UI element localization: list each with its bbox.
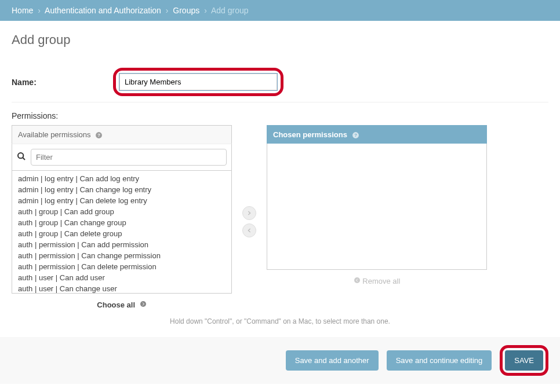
chevron-left-circle-icon [354, 277, 363, 285]
svg-point-4 [140, 301, 146, 307]
annotation-save-highlight: SAVE [500, 345, 548, 376]
save-continue-button[interactable]: Save and continue editing [387, 350, 492, 371]
annotation-name-highlight [113, 68, 283, 96]
chosen-header: Chosen permissions ? [267, 125, 487, 144]
chosen-header-text: Chosen permissions [273, 130, 347, 139]
submit-row: Save and add another Save and continue e… [0, 337, 560, 384]
page-title: Add group [12, 32, 548, 47]
filter-input[interactable] [31, 149, 227, 166]
permission-option[interactable]: auth | group | Can add group [12, 206, 231, 217]
save-add-another-button[interactable]: Save and add another [286, 350, 379, 371]
breadcrumb-current: Add group [211, 6, 249, 15]
help-icon[interactable]: ? [352, 130, 359, 139]
permission-option[interactable]: auth | group | Can change group [12, 217, 231, 228]
permissions-label: Permissions: [12, 111, 548, 120]
permission-option[interactable]: admin | log entry | Can change log entry [12, 184, 231, 195]
permission-option[interactable]: auth | group | Can delete group [12, 228, 231, 239]
permission-option[interactable]: auth | permission | Can change permissio… [12, 250, 231, 261]
permission-option[interactable]: auth | user | Can change user [12, 283, 231, 294]
add-permission-button[interactable] [242, 206, 256, 220]
name-label: Name: [12, 78, 113, 87]
chosen-permissions-list[interactable] [267, 144, 487, 270]
save-button[interactable]: SAVE [505, 350, 543, 371]
available-column: Available permissions ? admin | log entr… [12, 125, 232, 309]
available-permissions-list[interactable]: admin | log entry | Can add log entryadm… [12, 171, 232, 294]
breadcrumb: Home › Authentication and Authorization … [0, 0, 560, 21]
permission-option[interactable]: auth | user | Can add user [12, 272, 231, 283]
svg-line-3 [23, 157, 25, 160]
breadcrumb-separator: › [204, 6, 207, 15]
name-row: Name: [12, 62, 548, 102]
choose-all-label: Choose all [97, 301, 135, 309]
choose-all-link[interactable]: Choose all [12, 301, 232, 309]
breadcrumb-groups[interactable]: Groups [173, 6, 199, 15]
svg-point-2 [18, 153, 23, 158]
chosen-column: Chosen permissions ? Remove all [267, 125, 487, 285]
remove-permission-button[interactable] [242, 224, 256, 237]
remove-all-label: Remove all [362, 277, 400, 285]
permissions-selector: Available permissions ? admin | log entr… [12, 125, 548, 309]
breadcrumb-separator: › [166, 6, 169, 15]
permissions-section: Permissions: Available permissions ? adm… [12, 102, 548, 325]
available-header-text: Available permissions [18, 130, 91, 139]
search-icon [17, 152, 26, 163]
selector-help-text: Hold down "Control", or "Command" on a M… [12, 317, 548, 325]
remove-all-link[interactable]: Remove all [267, 277, 487, 285]
breadcrumb-auth[interactable]: Authentication and Authorization [45, 6, 161, 15]
permission-option[interactable]: auth | permission | Can delete permissio… [12, 261, 231, 272]
permission-option[interactable]: auth | permission | Can add permission [12, 239, 231, 250]
svg-point-7 [354, 277, 360, 283]
selector-chooser [232, 206, 267, 237]
chevron-right-circle-icon [140, 302, 147, 309]
name-input[interactable] [119, 74, 277, 90]
help-icon[interactable]: ? [95, 130, 103, 139]
filter-bar [12, 144, 232, 171]
svg-text:?: ? [97, 133, 100, 138]
available-header: Available permissions ? [12, 125, 232, 144]
permission-option[interactable]: admin | log entry | Can delete log entry [12, 195, 231, 206]
svg-text:?: ? [354, 133, 357, 138]
breadcrumb-separator: › [38, 6, 41, 15]
permission-option[interactable]: admin | log entry | Can add log entry [12, 173, 231, 184]
breadcrumb-home[interactable]: Home [12, 6, 33, 15]
